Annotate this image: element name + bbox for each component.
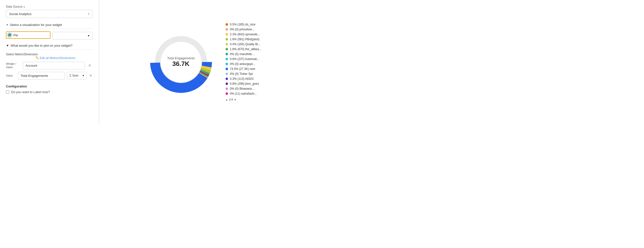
collapse-triangle-plot-icon[interactable]: ▼ <box>6 44 9 47</box>
legend-item-text: 0% (0) johnoliver... <box>230 28 254 31</box>
legend-item-text: 0% (0) Bhawana ... <box>230 87 255 90</box>
legend-color-dot <box>226 78 228 80</box>
viz-type-select-full[interactable]: ▾ <box>52 32 93 39</box>
edit-metrics-link[interactable]: ✏️ Edit all Metrics/Dimensions <box>36 56 76 60</box>
donut-chart: Total Engagements 36.7K <box>146 27 216 97</box>
legend-item-text: 0.6% (237) Automati... <box>230 57 260 61</box>
wedge-input[interactable] <box>23 62 85 69</box>
viz-label: Pie <box>13 33 18 37</box>
legend-color-dot <box>226 58 228 60</box>
label-axis-label: Do you want to Label Axis? <box>11 90 50 94</box>
chevron-down-agg-icon: ▾ <box>82 74 84 77</box>
chart-legend: 0.5% (185) ds_nice0% (0) johnoliver...2.… <box>226 23 275 101</box>
legend-color-dot <box>226 68 228 70</box>
legend-color-dot <box>226 48 228 50</box>
value-clear-button[interactable]: ✕ <box>89 73 93 79</box>
legend-item-text: 1.8% (670) the_allbea... <box>230 47 262 51</box>
label-axis-row: Do you want to Label Axis? <box>6 90 93 94</box>
legend-color-dot <box>226 92 228 95</box>
legend-item: 0.8% (298) jhon_goes <box>226 82 275 85</box>
legend-item: 74.5% (27.3K) new <box>226 67 275 71</box>
legend-item-text: 0% (0) ankurgupt... <box>230 62 255 66</box>
legend-item-text: 0% (0) Tinker Spr <box>230 72 253 76</box>
chart-center-value: 36.7K <box>167 60 195 68</box>
legend-item-text: 0.8% (298) jhon_goes <box>230 82 259 85</box>
legend-color-dot <box>226 53 228 55</box>
legend-item: 0% (0) ankurgupt... <box>226 62 275 66</box>
legend-item-text: 0.5% (185) ds_nice <box>230 23 256 26</box>
configuration-section: Configuration Do you want to Label Axis? <box>6 84 93 94</box>
legend-color-dot <box>226 28 228 31</box>
legend-color-dot <box>226 82 228 85</box>
legend-item: 0.6% (237) Automati... <box>226 57 275 61</box>
chevron-down-icon: ▾ <box>88 12 90 15</box>
left-panel: Data Source ● Social Analytics ▾ ▼ Selec… <box>0 0 99 124</box>
value-input[interactable] <box>18 72 65 79</box>
legend-color-dot <box>226 63 228 65</box>
right-panel: Total Engagements 36.7K 0.5% (185) ds_ni… <box>99 0 322 124</box>
viz-pie-option: Pie <box>8 33 49 37</box>
legend-item: 1.6% (581) PBot(pbot) <box>226 37 275 41</box>
pagination-next-button[interactable]: ▼ <box>234 98 236 101</box>
viz-type-row: Pie ▾ <box>6 31 93 40</box>
legend-color-dot <box>226 87 228 90</box>
wedge-label: Wedge / Value <box>6 62 21 69</box>
legend-pagination: ▲1/4▼ <box>226 98 275 101</box>
legend-item-text: 0.4% (165) Quality Bi... <box>230 42 260 46</box>
legend-item: 0% (0) johnoliver... <box>226 28 275 31</box>
donut-center-text: Total Engagements 36.7K <box>167 56 195 68</box>
legend-item: 0% (0) Bhawana ... <box>226 87 275 90</box>
legend-color-dot <box>226 38 228 40</box>
legend-color-dot <box>226 73 228 75</box>
value-field-row: Value Σ Sum ▾ ✕ <box>6 72 93 79</box>
legend-item: 0.3% (113) Atl324 <box>226 77 275 80</box>
aggregation-select[interactable]: Σ Sum ▾ <box>67 72 87 79</box>
select-metric-label: Select Metric/Dimension ✏️ Edit all Metr… <box>6 53 93 60</box>
wedge-field-row: Wedge / Value ✕ <box>6 62 93 69</box>
data-source-value: Social Analytics <box>9 12 32 16</box>
legend-item: 0% (0) maruthite... <box>226 52 275 56</box>
legend-item-text: 0% (11) radrafashi... <box>230 92 257 95</box>
legend-item: 0% (0) Tinker Spr <box>226 72 275 76</box>
sigma-icon: Σ <box>70 74 71 77</box>
chevron-down-icon-viz: ▾ <box>88 34 90 37</box>
legend-item: 0.5% (185) ds_nice <box>226 23 275 26</box>
legend-color-dot <box>226 33 228 35</box>
config-title: Configuration <box>6 84 93 88</box>
legend-item-text: 1.6% (581) PBot(pbot) <box>230 37 260 41</box>
legend-item: 1.8% (670) the_allbea... <box>226 47 275 51</box>
value-label: Value <box>6 74 16 77</box>
viz-type-selected[interactable]: Pie <box>6 31 50 39</box>
data-source-label: Data Source ● <box>6 5 93 8</box>
legend-item-text: 0.3% (113) Atl324 <box>230 77 254 80</box>
pagination-text: 1/4 <box>229 98 233 101</box>
legend-item: 2.3% (843) sprsande... <box>226 33 275 36</box>
legend-item-text: 74.5% (27.3K) new <box>230 67 255 71</box>
label-axis-checkbox[interactable] <box>6 90 9 94</box>
data-source-select[interactable]: Social Analytics ▾ <box>6 10 93 18</box>
collapse-triangle-icon[interactable]: ▼ <box>6 23 8 26</box>
required-dot: ● <box>24 5 25 8</box>
wedge-clear-button[interactable]: ✕ <box>87 62 93 68</box>
legend-color-dot <box>226 23 228 26</box>
legend-color-dot <box>226 43 228 45</box>
pagination-prev-button[interactable]: ▲ <box>226 98 228 101</box>
viz-section-header: ▼ Select a visualization for your widget <box>6 23 93 29</box>
legend-item-text: 0% (0) maruthite... <box>230 52 254 56</box>
chart-container: Total Engagements 36.7K 0.5% (185) ds_ni… <box>104 23 317 101</box>
legend-item-text: 2.3% (843) sprsande... <box>230 33 260 36</box>
legend-item: 0% (11) radrafashi... <box>226 92 275 95</box>
plot-section-header: ▼ What would you like to plot on your wi… <box>6 44 93 50</box>
pie-chart-icon <box>8 33 12 37</box>
chart-center-label: Total Engagements <box>167 56 195 60</box>
legend-item: 0.4% (165) Quality Bi... <box>226 42 275 46</box>
